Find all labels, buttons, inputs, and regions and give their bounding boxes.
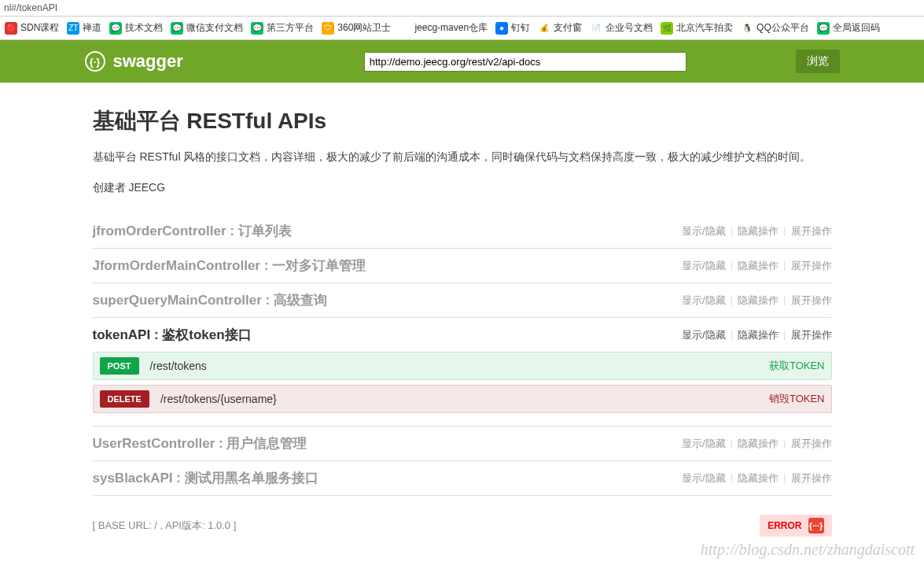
resource-links: 显示/隐藏|隐藏操作|展开操作 [682, 471, 831, 486]
resource-link-show_hide[interactable]: 显示/隐藏 [682, 224, 726, 238]
bookmark-item[interactable]: Njeecg-maven仓库 [397, 21, 489, 35]
bookmark-icon: 💰 [538, 22, 550, 35]
method-badge: DELETE [100, 390, 149, 408]
swagger-brand: swagger [113, 51, 183, 72]
operation-summary: 获取TOKEN [769, 359, 825, 373]
bookmark-icon: 🐧 [741, 22, 753, 35]
bookmark-item[interactable]: 🐧QQ公众平台 [739, 21, 811, 35]
resource-header[interactable]: sysBlackAPI : 测试用黑名单服务接口显示/隐藏|隐藏操作|展开操作 [93, 469, 832, 487]
bookmark-item[interactable]: 🔴SDN课程 [3, 21, 61, 35]
resource-link-expand_ops[interactable]: 展开操作 [791, 224, 832, 238]
error-text: ERROR [768, 520, 801, 531]
resource-links: 显示/隐藏|隐藏操作|展开操作 [682, 328, 831, 342]
explore-button[interactable]: 浏览 [796, 50, 840, 73]
bookmark-label: 企业号文档 [606, 21, 653, 35]
bookmark-label: jeecg-maven仓库 [414, 21, 488, 35]
resource-name[interactable]: superQueryMainController : 高级查询 [93, 291, 327, 309]
operation-row[interactable]: POST/rest/tokens获取TOKEN [93, 352, 832, 380]
resource-superQueryMainController: superQueryMainController : 高级查询显示/隐藏|隐藏操… [93, 283, 832, 318]
operation-path: /rest/tokens/{username} [160, 393, 277, 405]
bookmark-item[interactable]: 📄企业号文档 [588, 21, 654, 35]
resource-link-show_hide[interactable]: 显示/隐藏 [682, 471, 726, 486]
bookmark-item[interactable]: 🌿北京汽车拍卖 [659, 21, 734, 35]
footer: [ BASE URL: / , API版本: 1.0.0 ] ERROR {··… [93, 515, 832, 537]
bookmark-item[interactable]: 🛡360网站卫士 [320, 21, 392, 35]
resource-jfromOrderController: jfromOrderController : 订单列表显示/隐藏|隐藏操作|展开… [93, 214, 832, 249]
main-container: 基础平台 RESTful APIs 基础平台 RESTful 风格的接口文档，内… [85, 83, 840, 560]
bookmark-label: QQ公众平台 [757, 21, 809, 35]
bookmark-icon: 💬 [109, 22, 122, 35]
bookmark-item[interactable]: 💬全局返回码 [815, 21, 882, 35]
operation-path: /rest/tokens [150, 360, 207, 372]
operation-summary: 销毁TOKEN [769, 392, 825, 406]
operations-list: POST/rest/tokens获取TOKENDELETE/rest/token… [93, 352, 832, 413]
address-bar-fragment: nl#/tokenAPI [0, 0, 924, 17]
bookmark-label: 支付窗 [554, 21, 582, 35]
bookmark-icon: ● [495, 22, 508, 35]
resource-name[interactable]: UserRestController : 用户信息管理 [93, 434, 307, 452]
resource-link-hide_ops[interactable]: 隐藏操作 [738, 437, 779, 451]
bookmark-icon: 📄 [590, 22, 602, 35]
resource-links: 显示/隐藏|隐藏操作|展开操作 [682, 437, 831, 451]
bookmark-icon: 💬 [171, 22, 183, 35]
resource-links: 显示/隐藏|隐藏操作|展开操作 [682, 294, 831, 308]
resource-link-hide_ops[interactable]: 隐藏操作 [738, 294, 779, 308]
bookmark-label: 北京汽车拍卖 [676, 21, 733, 35]
bookmark-label: 技术文档 [125, 21, 163, 35]
resource-link-show_hide[interactable]: 显示/隐藏 [682, 294, 726, 308]
bookmark-icon: ZT [67, 22, 79, 35]
resource-name[interactable]: jfromOrderController : 订单列表 [93, 222, 292, 240]
resource-header[interactable]: jfromOrderController : 订单列表显示/隐藏|隐藏操作|展开… [93, 222, 832, 240]
bookmark-icon: N [399, 22, 411, 35]
operation-row[interactable]: DELETE/rest/tokens/{username}销毁TOKEN [93, 385, 832, 413]
bookmark-icon: 💬 [817, 22, 830, 35]
resource-name[interactable]: tokenAPI : 鉴权token接口 [93, 326, 252, 344]
resource-tokenAPI: tokenAPI : 鉴权token接口显示/隐藏|隐藏操作|展开操作POST/… [93, 318, 832, 427]
resource-link-expand_ops[interactable]: 展开操作 [791, 259, 832, 273]
bookmark-label: 第三方平台 [267, 21, 314, 35]
resource-links: 显示/隐藏|隐藏操作|展开操作 [682, 259, 831, 273]
resource-link-show_hide[interactable]: 显示/隐藏 [682, 437, 726, 451]
resource-name[interactable]: sysBlackAPI : 测试用黑名单服务接口 [93, 469, 318, 487]
resource-header[interactable]: UserRestController : 用户信息管理显示/隐藏|隐藏操作|展开… [93, 434, 832, 452]
error-icon: {···} [808, 518, 824, 534]
resource-link-show_hide[interactable]: 显示/隐藏 [682, 259, 726, 273]
bookmark-item[interactable]: ZT禅道 [65, 21, 103, 35]
resource-header[interactable]: superQueryMainController : 高级查询显示/隐藏|隐藏操… [93, 291, 832, 309]
resource-link-hide_ops[interactable]: 隐藏操作 [738, 259, 779, 273]
bookmark-label: 微信支付文档 [186, 21, 243, 35]
resource-link-expand_ops[interactable]: 展开操作 [791, 294, 832, 308]
bookmark-item[interactable]: 💬技术文档 [108, 21, 164, 35]
resource-link-hide_ops[interactable]: 隐藏操作 [738, 224, 779, 238]
bookmarks-bar: 🔴SDN课程ZT禅道💬技术文档💬微信支付文档💬第三方平台🛡360网站卫士Njee… [0, 17, 924, 40]
resource-header[interactable]: JformOrderMainController : 一对多订单管理显示/隐藏|… [93, 257, 832, 275]
resource-links: 显示/隐藏|隐藏操作|展开操作 [682, 224, 831, 238]
bookmark-item[interactable]: 💰支付窗 [536, 21, 583, 35]
base-url-info: [ BASE URL: / , API版本: 1.0.0 ] [93, 519, 237, 533]
resource-link-expand_ops[interactable]: 展开操作 [791, 328, 832, 342]
bookmark-label: 禅道 [83, 21, 101, 35]
resource-JformOrderMainController: JformOrderMainController : 一对多订单管理显示/隐藏|… [93, 249, 832, 283]
swagger-logo[interactable]: {·} swagger [85, 51, 183, 72]
resource-link-expand_ops[interactable]: 展开操作 [791, 437, 832, 451]
bookmark-icon: 🔴 [5, 22, 17, 35]
api-description: 基础平台 RESTful 风格的接口文档，内容详细，极大的减少了前后端的沟通成本… [93, 147, 832, 167]
api-url-input[interactable] [364, 52, 687, 72]
api-title: 基础平台 RESTful APIs [93, 106, 832, 136]
swagger-logo-icon: {·} [85, 51, 105, 72]
resource-link-hide_ops[interactable]: 隐藏操作 [738, 471, 779, 486]
resource-sysBlackAPI: sysBlackAPI : 测试用黑名单服务接口显示/隐藏|隐藏操作|展开操作 [93, 461, 832, 496]
resource-name[interactable]: JformOrderMainController : 一对多订单管理 [93, 257, 366, 275]
bookmark-item[interactable]: ●钉钉 [494, 21, 532, 35]
bookmark-item[interactable]: 💬微信支付文档 [169, 21, 245, 35]
error-badge[interactable]: ERROR {···} [760, 515, 831, 537]
bookmark-icon: 🛡 [322, 22, 334, 35]
resource-link-hide_ops[interactable]: 隐藏操作 [738, 328, 779, 342]
resource-header[interactable]: tokenAPI : 鉴权token接口显示/隐藏|隐藏操作|展开操作 [93, 326, 832, 344]
resource-link-show_hide[interactable]: 显示/隐藏 [682, 328, 726, 342]
bookmark-icon: 💬 [251, 22, 263, 35]
api-creator: 创建者 JEECG [93, 181, 832, 195]
bookmark-item[interactable]: 💬第三方平台 [249, 21, 315, 35]
resource-link-expand_ops[interactable]: 展开操作 [791, 471, 832, 486]
bookmark-label: 全局返回码 [833, 21, 880, 35]
